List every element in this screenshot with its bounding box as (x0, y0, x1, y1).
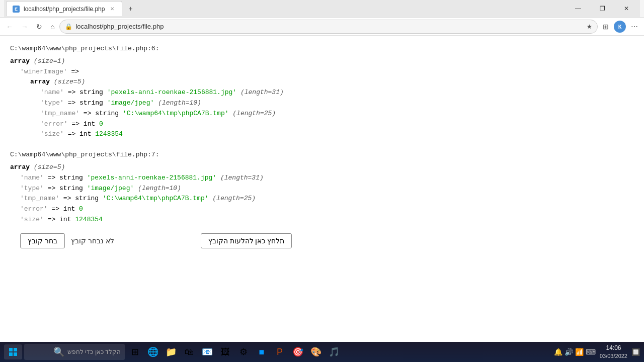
meta-tmpname-1: (length=25) (232, 110, 276, 117)
type-name-2: string (59, 174, 83, 182)
arrow-size-2: => (48, 216, 59, 223)
type-type-2: string (59, 185, 83, 192)
debug-section-1: C:\wamp64\www\php_projects\file.php:6: a… (10, 44, 634, 140)
key-tmpname-2: 'tmp_name' (20, 195, 59, 202)
back-button[interactable]: ← (3, 21, 16, 33)
arrow-name-1: => (68, 88, 79, 96)
debug-section-2: C:\wamp64\www\php_projects\file.php:7: a… (10, 150, 634, 225)
active-tab[interactable]: E localhost/php_projects/file.php ✕ (6, 1, 122, 16)
address-input[interactable] (75, 23, 584, 30)
row-size-1: 'size' => int 1248354 (10, 129, 634, 140)
close-button[interactable]: ✕ (615, 1, 638, 16)
type-tmpname-2: string (75, 195, 99, 202)
file-path-1: C:\wamp64\www\php_projects\file.php:6: (10, 44, 634, 54)
type-tmpname-1: string (95, 110, 119, 117)
key-type-1: 'type' (40, 99, 64, 107)
refresh-icon: ★ (587, 23, 592, 30)
meta-type-2: (length=10) (138, 185, 181, 192)
arrow-size-1: => (68, 130, 79, 138)
row-error-2: 'error' => int 0 (10, 204, 634, 215)
tab-title: localhost/php_projects/file.php (24, 6, 105, 13)
val-tmpname-2: 'C:\wamp64\tmp\phpCA7B.tmp' (103, 195, 209, 202)
array-root-1: array (size=1) (10, 56, 634, 67)
choose-file-button[interactable]: בחר קובץ (20, 233, 65, 248)
key-name-1: 'name' (40, 88, 64, 96)
restore-button[interactable]: ❐ (591, 1, 614, 16)
key-name-2: 'name' (20, 174, 44, 182)
val-size-2: 1248354 (75, 216, 103, 223)
arrow-name-2: => (48, 174, 59, 182)
file-path-2: C:\wamp64\www\php_projects\file.php:7: (10, 150, 634, 160)
key-winer: 'winerImage' (20, 68, 67, 75)
val-error-2: 0 (79, 205, 83, 213)
type-error-2: int (63, 205, 75, 213)
arrow-winer: => (71, 68, 79, 75)
row-size-2: 'size' => int 1248354 (10, 215, 634, 225)
val-type-1: 'image/jpeg' (107, 99, 154, 107)
key-size-1: 'size' (40, 130, 64, 138)
menu-button[interactable]: ⋯ (628, 21, 641, 33)
file-upload-area: בחר קובץ לא נבחר קובץ תלחץ כאן להלעות הק… (10, 225, 634, 256)
key-type-2: 'type' (20, 185, 44, 192)
key-tmpname-1: 'tmp_name' (40, 110, 79, 117)
winer-image-row: 'winerImage' => (10, 67, 634, 77)
arrow-error-2: => (51, 205, 63, 213)
array-size-inner-1: (size=5) (54, 78, 85, 85)
arrow-type-2: => (48, 185, 59, 192)
key-error-1: 'error' (40, 120, 68, 128)
arrow-tmpname-1: => (84, 110, 95, 117)
type-size-1: int (79, 130, 91, 138)
new-tab-button[interactable]: + (125, 4, 135, 14)
row-error-1: 'error' => int 0 (10, 119, 634, 130)
lock-icon: 🔒 (65, 23, 72, 30)
meta-name-2: (length=31) (220, 174, 264, 182)
val-size-1: 1248354 (95, 130, 123, 138)
meta-tmpname-2: (length=25) (212, 195, 256, 202)
type-size-2: int (59, 216, 71, 223)
arrow-tmpname-2: => (63, 195, 75, 202)
array-size-1: (size=1) (34, 57, 65, 65)
row-name-1: 'name' => string 'pexels-anni-roenkae-21… (10, 87, 634, 98)
row-type-2: 'type' => string 'image/jpeg' (length=10… (10, 184, 634, 194)
arrow-error-1: => (71, 120, 83, 128)
val-name-1: 'pexels-anni-roenkae-2156881.jpg' (107, 88, 236, 96)
array-keyword-1: array (10, 57, 30, 65)
home-button[interactable]: ⌂ (47, 21, 57, 33)
tab-close-btn[interactable]: ✕ (109, 6, 116, 13)
array-root-2: array (size=5) (10, 162, 634, 173)
user-avatar[interactable]: К (614, 21, 626, 33)
array-keyword-2: array (10, 163, 30, 171)
meta-name-1: (length=31) (240, 88, 284, 96)
val-type-2: 'image/jpeg' (87, 185, 134, 192)
val-error-1: 0 (99, 120, 103, 128)
type-type-1: string (79, 99, 103, 107)
row-name-2: 'name' => string 'pexels-anni-roenkae-21… (10, 173, 634, 184)
type-error-1: int (84, 120, 95, 128)
main-content: C:\wamp64\www\php_projects\file.php:6: a… (0, 36, 644, 325)
array-size-2: (size=5) (34, 163, 65, 171)
row-tmpname-2: 'tmp_name' => string 'C:\wamp64\tmp\phpC… (10, 194, 634, 204)
val-name-2: 'pexels-anni-roenkae-2156881.jpg' (87, 174, 216, 182)
type-name-1: string (79, 88, 103, 96)
meta-type-1: (length=10) (158, 99, 201, 107)
tab-favicon: E (13, 6, 20, 13)
forward-button[interactable]: → (18, 21, 31, 33)
title-bar: E localhost/php_projects/file.php ✕ + — … (0, 0, 644, 17)
extensions-button[interactable]: ⊞ (600, 21, 612, 33)
no-file-label: לא נבחר קובץ (71, 237, 114, 245)
reload-button[interactable]: ↻ (33, 21, 45, 33)
minimize-button[interactable]: — (567, 1, 590, 16)
browser-toolbar: ← → ↻ ⌂ 🔒 ★ ⊞ К ⋯ (0, 18, 644, 36)
key-error-2: 'error' (20, 205, 48, 213)
array-keyword-inner-1: array (30, 78, 50, 85)
window-controls: — ❐ ✕ (567, 1, 638, 16)
arrow-type-1: => (68, 99, 79, 107)
val-tmpname-1: 'C:\wamp64\tmp\phpCA7B.tmp' (123, 110, 229, 117)
upload-button[interactable]: תלחץ כאן להלעות הקובץ (201, 233, 292, 248)
array-inner-1: array (size=5) (10, 77, 634, 87)
row-type-1: 'type' => string 'image/jpeg' (length=10… (10, 98, 634, 109)
key-size-2: 'size' (20, 216, 44, 223)
address-bar[interactable]: 🔒 ★ (59, 20, 598, 34)
row-tmpname-1: 'tmp_name' => string 'C:\wamp64\tmp\phpC… (10, 109, 634, 119)
